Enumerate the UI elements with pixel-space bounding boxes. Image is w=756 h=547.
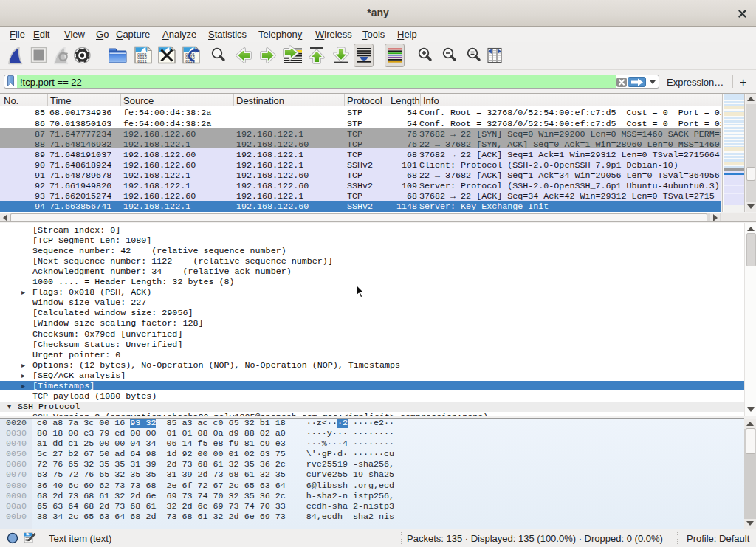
svg-text:0111: 0111	[137, 60, 147, 64]
